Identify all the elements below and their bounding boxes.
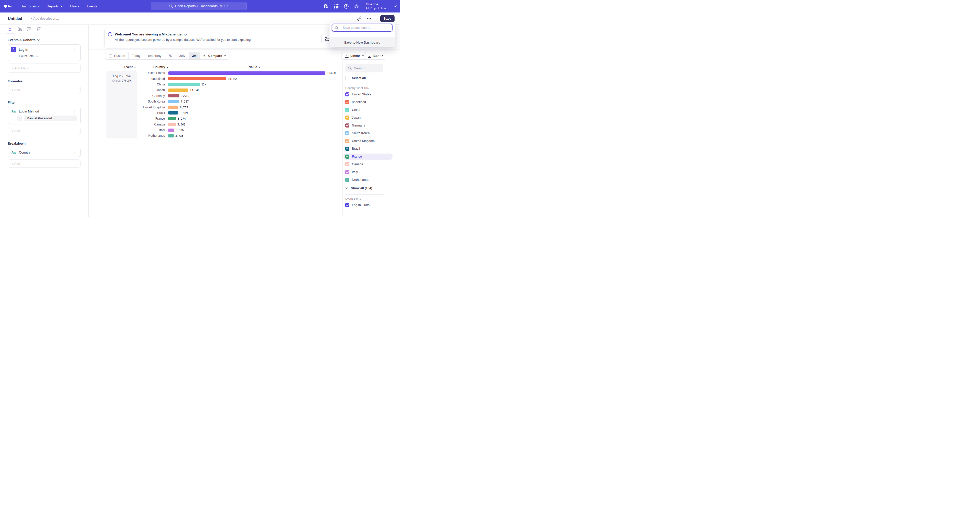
- project-chevron-down-icon[interactable]: [394, 5, 396, 7]
- calendar-icon: [109, 54, 112, 58]
- add-formula-button[interactable]: + Add: [8, 86, 81, 94]
- legend-item[interactable]: Germany: [344, 122, 393, 128]
- breakdown-card[interactable]: Aa Country ⋮: [8, 148, 81, 157]
- tab-funnels[interactable]: [17, 27, 22, 32]
- bar[interactable]: [168, 134, 174, 138]
- legend-checkbox[interactable]: [345, 170, 349, 174]
- events-section-header[interactable]: Events & Cohorts: [8, 38, 81, 42]
- bar[interactable]: [168, 117, 176, 120]
- legend-item[interactable]: Brazil: [344, 146, 393, 152]
- legend-item[interactable]: Japan: [344, 114, 393, 120]
- chart-type-selector-button[interactable]: Bar: [364, 52, 386, 60]
- legend-checkbox[interactable]: [345, 100, 349, 104]
- legend-item[interactable]: Netherlands: [344, 177, 393, 183]
- bar[interactable]: [168, 82, 200, 86]
- legend-checkbox[interactable]: [345, 203, 349, 207]
- nav-item-users[interactable]: Users: [70, 4, 79, 8]
- global-search[interactable]: Open Reports & Dashboards ⌘ + K: [151, 2, 247, 10]
- add-filter-button[interactable]: + Add: [8, 127, 81, 135]
- tab-flows[interactable]: [27, 27, 32, 32]
- help-icon[interactable]: ?: [344, 3, 349, 9]
- metric-event-name[interactable]: Log In: [19, 48, 73, 52]
- filter-operator[interactable]: =: [17, 116, 22, 121]
- project-switcher[interactable]: Finance All Project Data: [366, 2, 386, 10]
- add-description[interactable]: + Add description...: [30, 17, 59, 21]
- mixpanel-logo[interactable]: [4, 5, 14, 8]
- add-metric-button[interactable]: + Add Metric: [8, 63, 81, 73]
- compare-button[interactable]: Compare: [205, 52, 229, 60]
- bar[interactable]: [168, 89, 188, 92]
- legend-item[interactable]: France: [344, 154, 393, 160]
- breakdown-property-name[interactable]: Country: [19, 151, 73, 154]
- date-range-option-3m[interactable]: 3M: [189, 52, 200, 59]
- more-options-icon[interactable]: [366, 16, 372, 21]
- date-range-option-yesterday[interactable]: Yesterday: [144, 52, 165, 59]
- save-to-new-dashboard-button[interactable]: Save to New Dashboard: [329, 38, 395, 48]
- bar[interactable]: [168, 123, 176, 126]
- save-to-dashboard-popup: Save to dashboard... Save to New Dashboa…: [329, 22, 395, 48]
- filter-card[interactable]: Aa Login Method ⋮ = Manual Password: [8, 107, 81, 124]
- add-breakdown-button[interactable]: + Add: [8, 159, 81, 168]
- legend-item-label: Italy: [352, 170, 358, 174]
- tab-insights[interactable]: [7, 27, 13, 32]
- select-all-checkbox[interactable]: [345, 76, 349, 80]
- date-range-option-30d[interactable]: 30D: [176, 52, 189, 59]
- legend-checkbox[interactable]: [345, 178, 349, 182]
- nav-menu: Dashboards Reports Users Events: [21, 4, 97, 8]
- filter-kebab-icon[interactable]: ⋮: [73, 109, 77, 113]
- save-dashboard-search-input[interactable]: Save to dashboard...: [332, 24, 393, 32]
- column-header-value[interactable]: Value: [249, 65, 260, 69]
- apps-grid-icon[interactable]: [334, 3, 339, 9]
- metric-kebab-icon[interactable]: ⋮: [73, 48, 77, 52]
- bar[interactable]: [168, 100, 179, 103]
- legend-item[interactable]: Italy: [344, 169, 393, 175]
- select-all-row[interactable]: Select all: [345, 76, 400, 80]
- date-range-option-custom[interactable]: Custom: [105, 52, 129, 59]
- nav-item-events[interactable]: Events: [87, 4, 97, 8]
- breakdown-kebab-icon[interactable]: ⋮: [73, 151, 77, 154]
- filter-value[interactable]: Manual Password: [24, 116, 77, 121]
- bar[interactable]: [168, 94, 180, 97]
- legend-item[interactable]: South Korea: [344, 130, 393, 136]
- legend-checkbox[interactable]: [345, 108, 349, 112]
- legend-item[interactable]: Canada: [344, 161, 393, 167]
- metric-aggregation[interactable]: Count Total: [19, 54, 77, 58]
- bar[interactable]: [168, 111, 178, 114]
- legend-checkbox[interactable]: [345, 116, 349, 120]
- bar[interactable]: [168, 128, 174, 132]
- bar[interactable]: [168, 106, 178, 109]
- bar[interactable]: [168, 71, 325, 75]
- legend-checkbox[interactable]: [345, 139, 349, 143]
- report-title[interactable]: Untitled: [8, 16, 22, 21]
- legend-item[interactable]: United States: [344, 91, 393, 97]
- legend-item[interactable]: undefined: [344, 99, 393, 105]
- column-header-event[interactable]: Event: [124, 65, 136, 69]
- nav-item-dashboards[interactable]: Dashboards: [21, 4, 39, 8]
- date-range-option-today[interactable]: Today: [129, 52, 144, 59]
- query-builder-panel: Events & Cohorts A Log In ⋮ Count Total …: [0, 25, 89, 217]
- scale-selector-button[interactable]: Linear: [341, 52, 368, 60]
- metric-card[interactable]: A Log In ⋮ Count Total: [8, 44, 81, 61]
- copy-link-icon[interactable]: [356, 16, 362, 21]
- check-icon: [346, 132, 348, 134]
- bar[interactable]: [168, 77, 226, 80]
- settings-gear-icon[interactable]: [354, 3, 360, 9]
- column-header-country[interactable]: Country: [153, 65, 169, 69]
- nav-item-reports[interactable]: Reports: [47, 4, 62, 8]
- legend-search-input[interactable]: Search: [345, 64, 383, 73]
- show-all-button[interactable]: Show all (184): [345, 186, 400, 190]
- legend-checkbox[interactable]: [345, 92, 349, 97]
- legend-checkbox[interactable]: [345, 131, 349, 135]
- legend-checkbox[interactable]: [345, 147, 349, 151]
- legend-item[interactable]: China: [344, 107, 393, 113]
- legend-item[interactable]: United Kingdom: [344, 138, 393, 144]
- legend-checkbox[interactable]: [345, 124, 349, 127]
- legend-checkbox[interactable]: [345, 162, 349, 166]
- legend-checkbox[interactable]: [345, 155, 349, 159]
- save-button[interactable]: Save: [380, 15, 395, 22]
- date-range-option-7d[interactable]: 7D: [165, 52, 176, 59]
- filter-property-name[interactable]: Login Method: [19, 109, 73, 113]
- tab-retention[interactable]: [36, 27, 41, 32]
- data-management-icon[interactable]: [323, 3, 329, 9]
- legend-item[interactable]: Log In - Total: [344, 202, 393, 208]
